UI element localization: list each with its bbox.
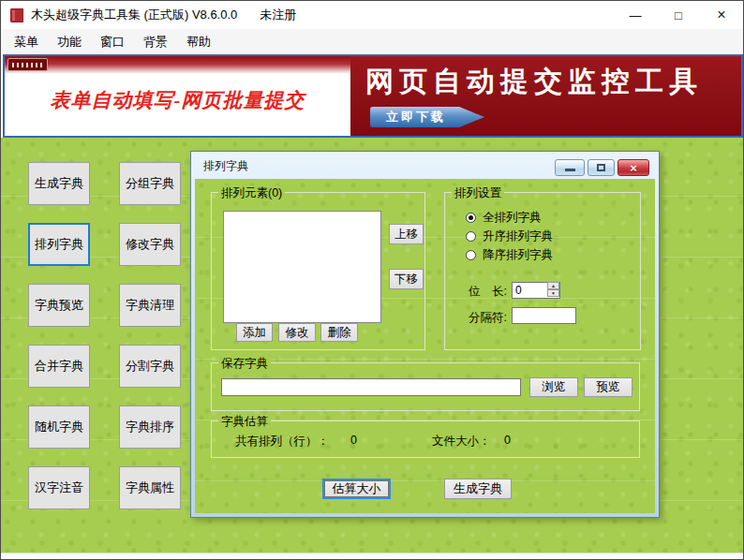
registration-status: 未注册 [260,7,296,23]
move-up-button[interactable]: 上移 [389,224,424,244]
sidebar-item-group-dictionary[interactable]: 分组字典 [119,162,181,205]
browse-button[interactable]: 浏览 [529,377,578,397]
radio-descending-permutation-label: 降序排列字典 [483,247,553,263]
close-icon: × [717,7,725,23]
app-icon [10,8,23,22]
sidebar-item-modify-dictionary[interactable]: 修改字典 [119,223,181,266]
title-bar: 木头超级字典工具集 (正式版) V8.6.0.0 未注册 — □ × [1,1,743,29]
total-rows-value: 0 [350,434,357,447]
add-button[interactable]: 添加 [236,323,273,342]
preview-button[interactable]: 预览 [584,377,632,397]
elements-listbox[interactable] [223,211,381,323]
sidebar-item-split-dictionary[interactable]: 分割字典 [119,345,181,388]
separator-input[interactable] [512,307,576,324]
bit-length-label: 位 长: [469,284,507,300]
download-button[interactable]: 立即下载 [370,107,484,127]
dialog-window-controls: × [555,159,649,176]
maximize-button[interactable]: □ [657,1,700,29]
maximize-icon: □ [675,8,682,22]
generate-dictionary-button[interactable]: 生成字典 [444,479,512,499]
radio-full-permutation[interactable]: 全排列字典 [466,210,542,225]
dialog-arrange-dictionary: 排列字典 × 排列元素(0) 上移 下移 添加 修改 删除 [190,151,660,518]
dialog-title: 排列字典 [203,158,248,174]
ad-banner-left: 表单自动填写-网页批量提交 [5,56,350,136]
sidebar-item-dictionary-clean[interactable]: 字典清理 [119,284,181,327]
app-window: 木头超级字典工具集 (正式版) V8.6.0.0 未注册 — □ × 菜单 功能… [0,0,744,560]
move-down-button[interactable]: 下移 [389,269,424,289]
sidebar-item-merge-dictionary[interactable]: 合并字典 [28,345,90,388]
separator-label: 分隔符: [469,310,507,326]
radio-ascending-permutation-label: 升序排列字典 [483,228,553,244]
dialog-body: 排列元素(0) 上移 下移 添加 修改 删除 排列设置 全排列字典 [195,179,655,513]
banner-red-strip [5,56,350,74]
estimate-size-button[interactable]: 估算大小 [322,479,391,499]
menu-item-help[interactable]: 帮助 [186,32,212,52]
minimize-icon: — [630,8,642,22]
radio-descending-permutation[interactable]: 降序排列字典 [466,247,553,262]
spinner-buttons: ▲ ▼ [547,282,559,297]
window-bottom-edge [1,553,743,559]
sidebar: 生成字典 分组字典 排列字典 修改字典 字典预览 字典清理 合并字典 分割字典 … [28,162,181,509]
menu-item-functions[interactable]: 功能 [56,32,82,52]
sidebar-item-dictionary-preview[interactable]: 字典预览 [28,284,90,327]
spinner-up-icon[interactable]: ▲ [547,282,559,289]
menu-item-menu[interactable]: 菜单 [13,32,39,52]
group-arrange-settings: 排列设置 全排列字典 升序排列字典 降序排列字典 位 长: [444,192,641,350]
dialog-restore-button[interactable] [588,159,615,176]
sidebar-item-dictionary-properties[interactable]: 字典属性 [119,466,181,509]
group-save-dictionary: 保存字典 浏览 预览 [211,362,640,411]
banner-logo [7,58,48,71]
radio-selected-icon [466,213,476,223]
save-path-input[interactable] [221,378,521,396]
bit-length-spinner: ▲ ▼ [512,281,560,298]
group-dictionary-estimate-title: 字典估算 [218,414,271,430]
radio-unselected-icon [466,231,476,242]
delete-button[interactable]: 删除 [320,323,358,342]
group-dictionary-estimate: 字典估算 共有排列（行）： 0 文件大小： 0 [211,420,640,458]
main-background: 生成字典 分组字典 排列字典 修改字典 字典预览 字典清理 合并字典 分割字典 … [1,138,743,553]
group-arrange-elements: 排列元素(0) 上移 下移 添加 修改 删除 [211,192,425,350]
window-title: 木头超级字典工具集 (正式版) V8.6.0.0 [31,7,237,23]
banner-right-headline: 网页自动提交监控工具 [365,63,703,101]
sidebar-item-hanzi-pinyin[interactable]: 汉字注音 [28,466,90,509]
radio-ascending-permutation[interactable]: 升序排列字典 [466,228,553,243]
dialog-minimize-button[interactable] [555,159,585,176]
sidebar-item-dictionary-sort[interactable]: 字典排序 [119,405,181,449]
restore-icon [597,164,605,171]
file-size-label: 文件大小： [432,434,491,449]
close-icon: × [630,161,637,175]
modify-button[interactable]: 修改 [278,323,316,342]
file-size-value: 0 [504,434,511,447]
spinner-down-icon[interactable]: ▼ [547,289,559,297]
minimize-icon [565,169,575,171]
ad-banner-right: 网页自动提交监控工具 立即下载 [350,56,741,136]
radio-full-permutation-label: 全排列字典 [483,210,542,226]
menu-item-background[interactable]: 背景 [142,32,169,52]
dialog-title-bar[interactable]: 排列字典 × [191,152,659,179]
group-arrange-elements-title: 排列元素(0) [218,185,285,201]
ad-banner[interactable]: 表单自动填写-网页批量提交 网页自动提交监控工具 立即下载 [3,54,743,138]
group-save-dictionary-title: 保存字典 [218,356,271,372]
menu-bar: 菜单 功能 窗口 背景 帮助 [1,29,743,54]
window-controls: — □ × [614,1,743,29]
sidebar-item-arrange-dictionary[interactable]: 排列字典 [28,223,90,266]
sidebar-item-random-dictionary[interactable]: 随机字典 [28,405,90,449]
group-arrange-settings-title: 排列设置 [452,185,504,201]
minimize-button[interactable]: — [614,1,657,29]
menu-item-window[interactable]: 窗口 [99,32,126,52]
total-rows-label: 共有排列（行）： [235,434,329,449]
radio-unselected-icon [466,250,476,260]
dialog-close-button[interactable]: × [618,159,649,176]
banner-left-headline: 表单自动填写-网页批量提交 [5,87,350,113]
close-button[interactable]: × [700,1,743,29]
sidebar-item-generate-dictionary[interactable]: 生成字典 [28,162,90,205]
